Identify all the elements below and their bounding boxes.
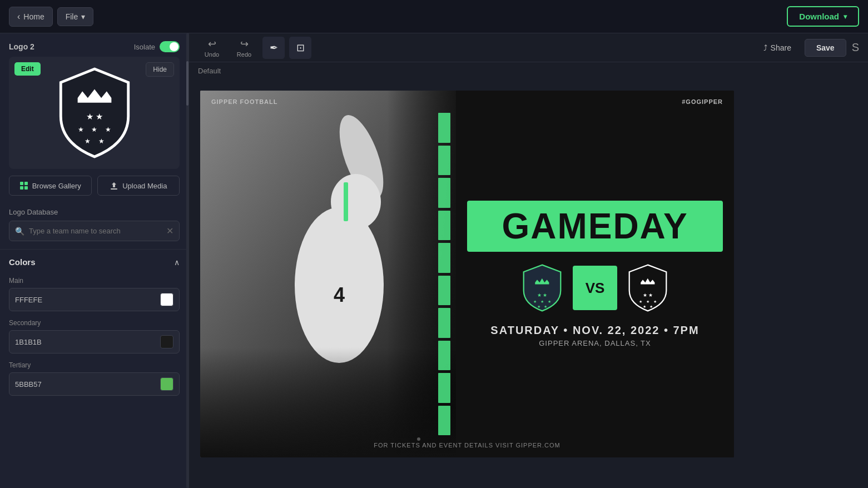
svg-text:★: ★ [91, 126, 97, 133]
gallery-icon [19, 181, 28, 190]
hide-button[interactable]: Hide [146, 62, 174, 77]
save-button[interactable]: Save [805, 39, 846, 57]
share-button[interactable]: ⤴ Share [756, 39, 799, 56]
colors-title: Colors [9, 257, 36, 267]
player-photo: 4 [200, 91, 467, 457]
vs-label: VS [586, 280, 605, 297]
canvas-area[interactable]: GIPPER FOOTBALL #GOGIPPER [189, 79, 868, 488]
tertiary-color-input[interactable]: 5BBB57 [9, 372, 180, 396]
svg-text:★: ★ [85, 137, 91, 145]
svg-text:★ ★: ★ ★ [643, 292, 653, 298]
topnav-left: Home File ▾ [9, 7, 93, 27]
design-bottom-text: FOR TICKETS AND EVENT DETAILS VISIT GIPP… [200, 442, 734, 449]
svg-text:★ ★: ★ ★ [86, 112, 102, 121]
home-label: Home [23, 12, 44, 21]
design-canvas: GIPPER FOOTBALL #GOGIPPER [200, 91, 734, 457]
search-input[interactable] [29, 227, 162, 235]
center-area: ↩ Undo ↪ Redo ✒ ⊡ ⤴ Share Save S [189, 33, 868, 488]
undo-button[interactable]: ↩ Undo [198, 36, 226, 60]
venue-line: GIPPER ARENA, DALLAS, TX [490, 339, 699, 347]
date-info: SATURDAY • NOV. 22, 2022 • 7PM GIPPER AR… [490, 324, 699, 347]
undo-label: Undo [205, 51, 219, 58]
secondary-color-input[interactable]: 1B1B1B [9, 330, 180, 353]
more-options-icon[interactable]: S [852, 41, 859, 54]
tertiary-color-swatch[interactable] [160, 377, 173, 391]
svg-rect-8 [24, 182, 28, 185]
isolate-toggle[interactable] [160, 41, 180, 52]
search-input-wrap: 🔍 ✕ [9, 221, 180, 241]
svg-text:★: ★ [98, 137, 104, 145]
secondary-color-label: Secondary [9, 319, 180, 327]
eyedropper-button[interactable]: ✒ [262, 37, 285, 59]
upload-media-button[interactable]: Upload Media [97, 176, 180, 196]
upload-icon [110, 181, 118, 190]
default-label: Default [189, 62, 868, 79]
undo-icon: ↩ [208, 38, 216, 50]
sidebar: Logo 2 Isolate Edit Hide ★ ★ ★ ★ ★ ★ ★ [0, 33, 189, 488]
svg-text:★: ★ [643, 304, 646, 309]
file-button[interactable]: File ▾ [57, 7, 94, 26]
redo-label: Redo [237, 51, 251, 58]
main-color-input[interactable]: FFFEFE [9, 288, 180, 311]
gameday-banner: GAMEDAY [467, 201, 723, 252]
clear-icon[interactable]: ✕ [166, 226, 173, 236]
right-panel: GAMEDAY ★ ★ ★ ★ ★ ★ ★ [456, 91, 734, 457]
logo-shield-icon: ★ ★ ★ ★ ★ ★ ★ [53, 66, 136, 160]
vs-box: VS [573, 266, 617, 310]
download-button[interactable]: Download ▾ [787, 6, 859, 27]
redo-icon: ↪ [240, 38, 249, 50]
file-label: File [66, 12, 78, 21]
svg-text:★ ★: ★ ★ [537, 292, 548, 298]
team2-shield-icon: ★ ★ ★ ★ ★ ★ ★ [623, 263, 673, 313]
svg-rect-11 [111, 188, 117, 190]
scroll-thumb[interactable] [186, 61, 189, 106]
isolate-row: Isolate [134, 41, 180, 52]
secondary-color-value: 1B1B1B [15, 338, 155, 346]
svg-text:★: ★ [105, 126, 111, 133]
tertiary-color-label: Tertiary [9, 361, 180, 369]
marker-dot [417, 437, 420, 441]
svg-text:★: ★ [639, 299, 642, 304]
vs-row: ★ ★ ★ ★ ★ ★ ★ VS [517, 263, 673, 313]
tertiary-color-value: 5BBB57 [15, 380, 155, 389]
logo-header: Logo 2 Isolate [0, 33, 189, 57]
svg-text:★: ★ [533, 299, 537, 304]
toolbar-right: ⤴ Share Save S [756, 39, 859, 57]
svg-rect-19 [200, 91, 467, 457]
svg-text:★: ★ [537, 304, 540, 309]
gallery-row: Browse Gallery Upload Media [0, 176, 189, 203]
design-topbar: GIPPER FOOTBALL #GOGIPPER [211, 98, 723, 105]
svg-text:★: ★ [653, 299, 657, 304]
team1-shield-icon: ★ ★ ★ ★ ★ ★ ★ [517, 263, 567, 313]
scroll-track[interactable] [186, 33, 189, 488]
browse-gallery-button[interactable]: Browse Gallery [9, 176, 92, 196]
colors-header[interactable]: Colors ∧ [0, 250, 189, 275]
svg-text:★: ★ [78, 126, 84, 133]
browse-gallery-label: Browse Gallery [32, 182, 81, 190]
redo-button[interactable]: ↪ Redo [230, 36, 258, 60]
main-color-label: Main [9, 277, 180, 285]
search-row: 🔍 ✕ [0, 221, 189, 249]
crop-button[interactable]: ⊡ [289, 37, 311, 59]
toolbar: ↩ Undo ↪ Redo ✒ ⊡ ⤴ Share Save S [189, 33, 868, 62]
hashtag-right: #GOGIPPER [682, 98, 723, 105]
eyedropper-icon: ✒ [270, 42, 278, 54]
logo-title: Logo 2 [9, 42, 34, 51]
topnav: Home File ▾ Download ▾ [0, 0, 868, 33]
home-button[interactable]: Home [9, 7, 53, 27]
edit-button[interactable]: Edit [14, 62, 41, 76]
tertiary-color-row: Tertiary 5BBB57 [0, 359, 189, 401]
share-label: Share [771, 43, 791, 52]
main-color-row: Main FFFEFE [0, 275, 189, 317]
main-color-swatch[interactable] [160, 293, 173, 306]
main-layout: Logo 2 Isolate Edit Hide ★ ★ ★ ★ ★ ★ ★ [0, 33, 868, 488]
logo-database-label: Logo Database [0, 203, 189, 221]
colors-section: Colors ∧ Main FFFEFE Secondary 1B1B1B [0, 249, 189, 401]
crop-icon: ⊡ [296, 42, 305, 54]
secondary-color-swatch[interactable] [160, 335, 173, 348]
svg-rect-9 [20, 186, 23, 190]
svg-text:★: ★ [646, 299, 649, 304]
download-label: Download [799, 12, 839, 21]
svg-text:★: ★ [548, 299, 551, 304]
share-icon: ⤴ [763, 43, 767, 52]
